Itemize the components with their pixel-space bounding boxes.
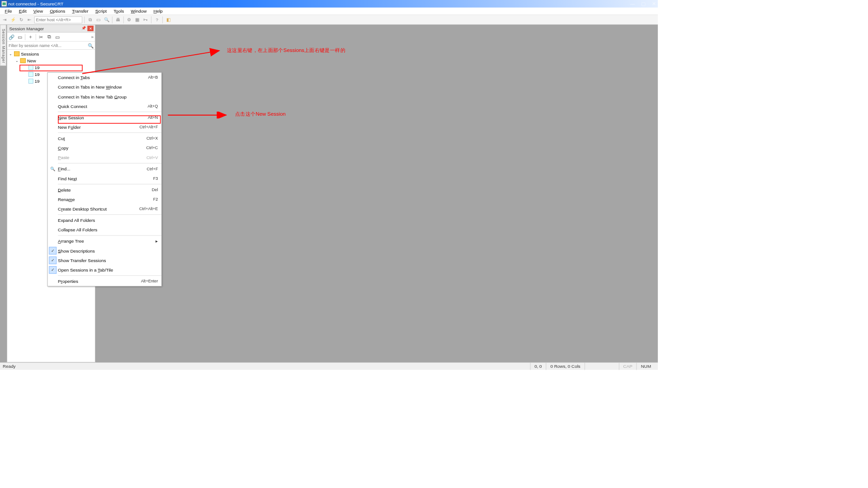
menu-file[interactable]: File bbox=[1, 8, 15, 14]
status-num: NUM bbox=[637, 362, 655, 370]
folder-icon bbox=[14, 52, 19, 56]
session-options-icon[interactable]: ▦ bbox=[134, 16, 141, 23]
key-icon[interactable]: 🗝 bbox=[142, 16, 149, 23]
sep bbox=[25, 34, 25, 40]
close-button[interactable]: ✕ bbox=[652, 0, 656, 8]
window-controls: — ▢ ✕ bbox=[630, 0, 656, 8]
ctx-show-transfer-sessions[interactable]: ✓Show Transfer Sessions bbox=[47, 255, 161, 265]
ctx-show-descriptions[interactable]: ✓Show Descriptions bbox=[47, 246, 161, 255]
toolbar-separator bbox=[151, 16, 151, 23]
status-empty bbox=[585, 362, 619, 370]
ctx-collapse-all-folders[interactable]: Collapse All Folders bbox=[47, 225, 161, 235]
copy-icon[interactable]: ⧉ bbox=[87, 16, 94, 23]
statusbar: Ready 0, 0 0 Rows, 0 Cols CAP NUM bbox=[0, 362, 658, 370]
pin-icon[interactable]: 📌 bbox=[81, 26, 86, 31]
session-manager-title: Session Manager bbox=[9, 26, 44, 31]
menu-transfer[interactable]: Transfer bbox=[69, 8, 92, 14]
ctx-connect-in-tabs-in-new-tab-group[interactable]: Connect in Tabs in New Tab Group bbox=[47, 92, 161, 101]
status-position: 0, 0 bbox=[530, 362, 546, 370]
ctx-new-folder[interactable]: New FolderCtrl+Alt+F bbox=[47, 122, 161, 132]
ctx-arrange-tree[interactable]: Arrange Tree▸ bbox=[47, 236, 161, 246]
link-icon[interactable]: 🔗 bbox=[9, 34, 15, 40]
reconnect-icon[interactable]: ↻ bbox=[18, 16, 24, 23]
toolbar-separator bbox=[112, 16, 113, 23]
session-manager-toolbar: 🔗 ▭ ＋ ✂ ⧉ ▭ » bbox=[7, 33, 95, 42]
menubar: File Edit View Options Transfer Script T… bbox=[0, 8, 658, 15]
ctx-open-sessions-in-a-tab-tile[interactable]: ✓Open Sessions in a Tab/Tile bbox=[47, 265, 161, 275]
app-icon bbox=[1, 1, 7, 6]
menu-help[interactable]: Help bbox=[150, 8, 166, 14]
filter-input[interactable] bbox=[9, 43, 86, 48]
print-icon[interactable]: 🖶 bbox=[114, 16, 121, 23]
status-cap: CAP bbox=[619, 362, 637, 370]
ctx-delete[interactable]: DeleteDel bbox=[47, 185, 161, 194]
annotation-text-2: 点击这个New Session bbox=[235, 111, 286, 117]
ctx-create-desktop-shortcut[interactable]: Create Desktop ShortcutCtrl+Alt+E bbox=[47, 204, 161, 214]
sep bbox=[36, 34, 36, 40]
minimize-button[interactable]: — bbox=[630, 0, 635, 8]
folder-icon bbox=[20, 58, 26, 63]
connect-icon[interactable]: ⇥ bbox=[1, 16, 8, 23]
search-icon[interactable]: 🔍 bbox=[88, 42, 94, 48]
ctx-connect-in-tabs-in-new-window[interactable]: Connect in Tabs in New Window bbox=[47, 82, 161, 92]
disconnect-icon[interactable]: ⇤ bbox=[26, 16, 33, 23]
gear-icon[interactable]: ⚙ bbox=[126, 16, 132, 23]
ctx-expand-all-folders[interactable]: Expand All Folders bbox=[47, 216, 161, 225]
tree-item-label: 19 bbox=[35, 79, 40, 84]
toolbar-separator bbox=[162, 16, 163, 23]
ctx-quick-connect[interactable]: Quick ConnectAlt+Q bbox=[47, 101, 161, 111]
paste-icon[interactable]: ▭ bbox=[95, 16, 102, 23]
tree-root-sessions[interactable]: ⌄ Sessions bbox=[7, 50, 95, 57]
menu-tools[interactable]: Tools bbox=[110, 8, 127, 14]
toolbar: ⇥ ⚡ ↻ ⇤ ⧉ ▭ 🔍 🖶 ⚙ ▦ 🗝 ? ◧ bbox=[0, 15, 658, 24]
copy-icon[interactable]: ⧉ bbox=[46, 34, 52, 40]
ctx-properties[interactable]: PropertiesAlt+Enter bbox=[47, 277, 161, 286]
window-title: not connected - SecureCRT bbox=[8, 1, 63, 6]
toolbar-separator bbox=[123, 16, 124, 23]
ctx-copy[interactable]: CopyCtrl+C bbox=[47, 143, 161, 153]
expand-icon[interactable]: ⌄ bbox=[15, 58, 19, 63]
tree-item-label: 19 bbox=[35, 72, 40, 77]
menu-view[interactable]: View bbox=[30, 8, 46, 14]
host-input[interactable] bbox=[34, 16, 82, 23]
menu-script[interactable]: Script bbox=[92, 8, 110, 14]
ctx-find-[interactable]: 🔍Find...Ctrl+F bbox=[47, 164, 161, 174]
annotation-text-1: 这这里右键，在上面那个Sessions上面右键是一样的 bbox=[227, 47, 345, 54]
session-filter: 🔍 bbox=[7, 42, 95, 50]
new-tab-icon[interactable]: ▭ bbox=[17, 34, 23, 40]
menu-window[interactable]: Window bbox=[127, 8, 150, 14]
quick-connect-icon[interactable]: ⚡ bbox=[9, 16, 16, 23]
ctx-find-next[interactable]: Find NextF3 bbox=[47, 174, 161, 183]
tree-folder-new[interactable]: ⌄ New bbox=[7, 57, 95, 64]
overflow-icon[interactable]: » bbox=[91, 34, 93, 39]
titlebar: not connected - SecureCRT — ▢ ✕ bbox=[0, 0, 658, 8]
panel-close-button[interactable]: ✕ bbox=[87, 26, 94, 31]
session-icon bbox=[28, 65, 33, 70]
expand-icon[interactable]: ⌄ bbox=[9, 52, 13, 56]
tree-item-label: 19 bbox=[35, 65, 40, 70]
toolbar-separator bbox=[84, 16, 85, 23]
ctx-new-session[interactable]: New SessionAlt+N bbox=[47, 113, 161, 122]
ctx-connect-in-tabs[interactable]: Connect in TabsAlt+B bbox=[47, 73, 161, 82]
find-icon[interactable]: 🔍 bbox=[103, 16, 110, 23]
menu-edit[interactable]: Edit bbox=[15, 8, 30, 14]
paste-icon[interactable]: ▭ bbox=[55, 34, 61, 40]
new-session-icon[interactable]: ＋ bbox=[28, 34, 34, 40]
maximize-button[interactable]: ▢ bbox=[641, 0, 646, 8]
tree-root-label: Sessions bbox=[21, 51, 39, 56]
tree-session-item[interactable]: 19 bbox=[7, 64, 95, 71]
tree-folder-label: New bbox=[27, 58, 36, 63]
misc-icon[interactable]: ◧ bbox=[165, 16, 172, 23]
menu-options[interactable]: Options bbox=[47, 8, 69, 14]
ctx-paste: PasteCtrl+V bbox=[47, 153, 161, 162]
cut-icon[interactable]: ✂ bbox=[38, 34, 44, 40]
help-icon[interactable]: ? bbox=[154, 16, 160, 23]
session-manager-vertical-tab[interactable]: Session Manager bbox=[0, 25, 6, 66]
status-rows-cols: 0 Rows, 0 Cols bbox=[546, 362, 585, 370]
status-ready: Ready bbox=[3, 362, 20, 370]
ctx-cut[interactable]: CutCtrl+X bbox=[47, 134, 161, 143]
session-icon bbox=[28, 79, 33, 84]
ctx-rename[interactable]: RenameF2 bbox=[47, 195, 161, 204]
session-manager-titlebar: Session Manager 📌 ✕ bbox=[7, 25, 95, 33]
session-icon bbox=[28, 72, 33, 77]
